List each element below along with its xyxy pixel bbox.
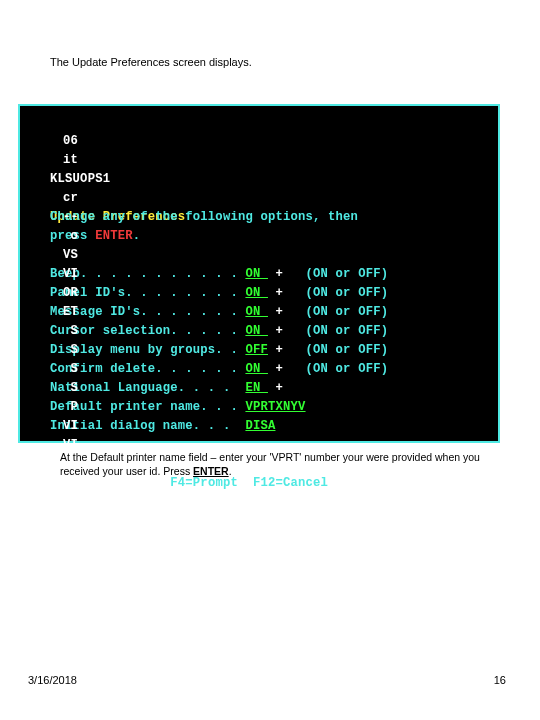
option-hint: (ON or OFF) [306,267,389,281]
plus-indicator: + [275,324,283,338]
left-fragment: VI [50,417,78,436]
option-value[interactable]: VPRTXNYV [245,400,305,414]
left-fragment: -- [50,208,78,227]
left-fragment: VI [50,265,78,284]
intro-text: The Update Preferences screen displays. [50,56,252,68]
fnkey-f12: F12=Cancel [253,476,328,490]
left-fragment: S [50,341,78,360]
left-fragment: cr [50,189,78,208]
left-fragment: VS [50,246,78,265]
left-fragment: ET [50,303,78,322]
option-hint: (ON or OFF) [306,286,389,300]
option-value[interactable]: ON [245,324,268,338]
option-value[interactable]: ON [245,362,268,376]
left-fragment: 06 [50,132,78,151]
option-value[interactable]: ON [245,286,268,300]
left-fragment: S [50,322,78,341]
plus-indicator: + [275,343,283,357]
option-value[interactable]: OFF [245,343,268,357]
plus-indicator: + [275,381,283,395]
option-hint: (ON or OFF) [306,343,389,357]
left-fragment: o [50,227,78,246]
fnkey-f4: F4=Prompt [170,476,238,490]
option-value[interactable]: EN [245,381,268,395]
option-value[interactable]: ON [245,267,268,281]
plus-indicator: + [275,305,283,319]
left-fragment: S [50,379,78,398]
instruction-paragraph: At the Default printer name field – ente… [60,450,504,478]
plus-indicator: + [275,286,283,300]
terminal-screen: 06 KLSUOPS1 Update Preferences it Change… [18,104,500,443]
enter-keyword: ENTER [95,229,133,243]
option-value[interactable]: DISA [245,419,275,433]
fnkey-f1: F1=Help [103,476,156,490]
option-label: Initial dialog name. . . [50,419,245,433]
option-hint: (ON or OFF) [306,324,389,338]
instruction-line: Change any of the following options, the… [50,210,358,224]
left-fragment: it [50,151,78,170]
plus-indicator: + [275,362,283,376]
footer-date: 3/16/2018 [28,674,77,686]
fnkey-enter: Enter [50,476,88,490]
option-value[interactable]: ON [245,305,268,319]
footer-page-number: 16 [494,674,506,686]
left-fragment: OR [50,284,78,303]
option-hint: (ON or OFF) [306,362,389,376]
left-fragment: S [50,360,78,379]
option-hint: (ON or OFF) [306,305,389,319]
left-fragment: P [50,398,78,417]
plus-indicator: + [275,267,283,281]
